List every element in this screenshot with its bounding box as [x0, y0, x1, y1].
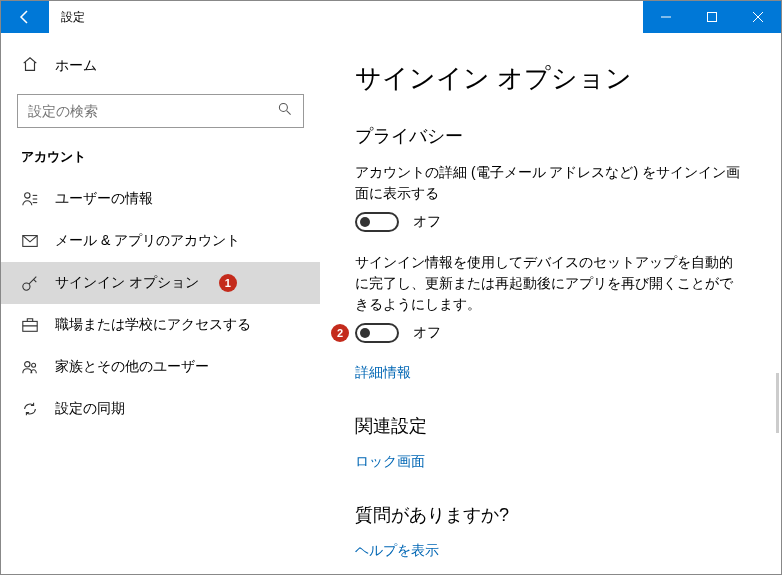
window-title: 設定: [49, 1, 97, 33]
sync-icon: [21, 400, 39, 418]
sidebar-item-label: 職場または学校にアクセスする: [55, 316, 251, 334]
sidebar-item-work-school[interactable]: 職場または学校にアクセスする: [1, 304, 320, 346]
sidebar-item-label: ユーザーの情報: [55, 190, 153, 208]
section-label: アカウント: [1, 142, 320, 178]
toggle-2-state: オフ: [413, 324, 441, 342]
sidebar-item-label: サインイン オプション: [55, 274, 199, 292]
related-heading: 関連設定: [355, 414, 747, 438]
svg-point-13: [25, 362, 30, 367]
search-input[interactable]: [28, 103, 277, 119]
svg-point-11: [23, 283, 30, 290]
more-info-link[interactable]: 詳細情報: [355, 364, 411, 382]
main-content: サインイン オプション プライバシー アカウントの詳細 (電子メール アドレスな…: [321, 33, 781, 574]
lock-screen-link[interactable]: ロック画面: [355, 453, 425, 471]
people-icon: [21, 358, 39, 376]
home-nav[interactable]: ホーム: [1, 45, 320, 86]
svg-point-6: [25, 193, 30, 198]
home-icon: [21, 55, 39, 76]
sidebar-item-email-accounts[interactable]: メール & アプリのアカウント: [1, 220, 320, 262]
key-icon: [21, 274, 39, 292]
svg-line-5: [287, 111, 291, 115]
back-button[interactable]: [1, 1, 49, 33]
maximize-button[interactable]: [689, 1, 735, 33]
scrollbar[interactable]: [776, 373, 779, 433]
mail-icon: [21, 232, 39, 250]
annotation-badge-1: 1: [219, 274, 237, 292]
sidebar-item-sync[interactable]: 設定の同期: [1, 388, 320, 430]
svg-point-14: [32, 363, 36, 367]
toggle-show-account-details[interactable]: [355, 212, 399, 232]
toggle-use-signin-info[interactable]: [355, 323, 399, 343]
minimize-button[interactable]: [643, 1, 689, 33]
close-button[interactable]: [735, 1, 781, 33]
window-controls: [643, 1, 781, 33]
titlebar: 設定: [1, 1, 781, 33]
privacy-heading: プライバシー: [355, 124, 747, 148]
sidebar-item-signin-options[interactable]: サインイン オプション 1: [1, 262, 320, 304]
sidebar-item-family-users[interactable]: 家族とその他のユーザー: [1, 346, 320, 388]
privacy-desc-1: アカウントの詳細 (電子メール アドレスなど) をサインイン画面に表示する: [355, 162, 745, 204]
home-label: ホーム: [55, 57, 97, 75]
annotation-badge-2: 2: [331, 324, 349, 342]
sidebar-item-label: メール & アプリのアカウント: [55, 232, 240, 250]
briefcase-icon: [21, 316, 39, 334]
toggle-1-state: オフ: [413, 213, 441, 231]
search-icon: [277, 101, 293, 121]
svg-point-4: [279, 103, 287, 111]
search-box[interactable]: [17, 94, 304, 128]
help-link[interactable]: ヘルプを表示: [355, 542, 439, 560]
privacy-desc-2: サインイン情報を使用してデバイスのセットアップを自動的に完了し、更新または再起動…: [355, 252, 745, 315]
sidebar-item-label: 家族とその他のユーザー: [55, 358, 209, 376]
page-title: サインイン オプション: [355, 61, 747, 96]
sidebar-item-label: 設定の同期: [55, 400, 125, 418]
help-heading: 質問がありますか?: [355, 503, 747, 527]
user-icon: [21, 190, 39, 208]
sidebar-item-user-info[interactable]: ユーザーの情報: [1, 178, 320, 220]
sidebar: ホーム アカウント ユーザーの情報 メール & アプリのアカウント サインイン …: [1, 33, 321, 574]
svg-rect-1: [708, 13, 717, 22]
